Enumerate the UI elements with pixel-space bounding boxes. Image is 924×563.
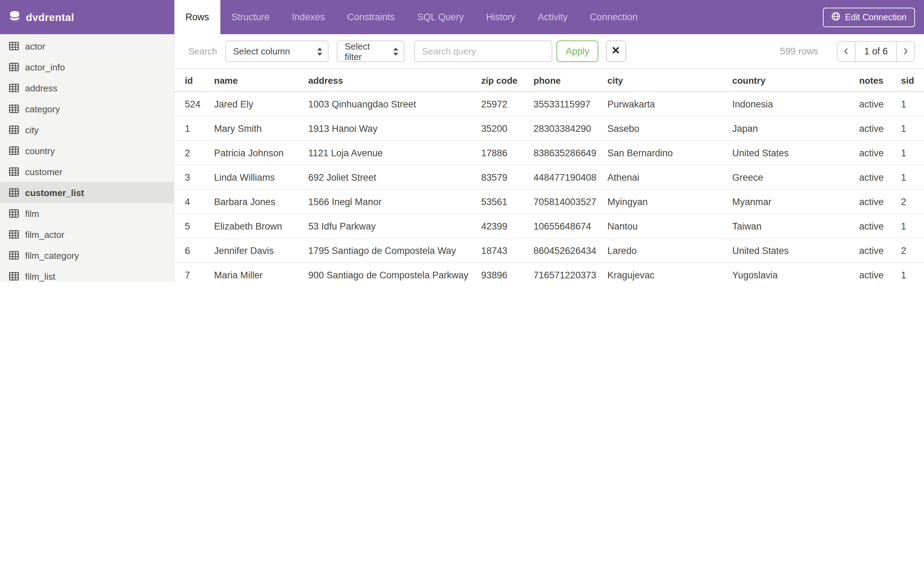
apply-button[interactable]: Apply — [556, 41, 598, 62]
cell: 900 Santiago de Compostela Parkway — [308, 263, 481, 281]
table-name: film_list — [25, 271, 56, 281]
table-name: film_actor — [25, 229, 64, 240]
edit-connection-label: Edit Connection — [845, 12, 907, 22]
table-row[interactable]: 3Linda Williams692 Joliet Street83579448… — [174, 165, 924, 189]
table-name: country — [25, 146, 55, 156]
clear-filter-button[interactable] — [606, 41, 626, 62]
sidebar-item-film_category[interactable]: film_category — [0, 245, 174, 266]
sidebar-item-city[interactable]: city — [0, 119, 174, 140]
filter-bar: Search Select column Select filter — [174, 34, 924, 69]
table-icon — [9, 83, 19, 93]
column-header-zip-code[interactable]: zip code — [481, 69, 534, 92]
previous-page-button[interactable] — [837, 42, 855, 61]
sidebar-item-customer_list[interactable]: customer_list — [0, 182, 174, 203]
cell: Indonesia — [732, 92, 859, 116]
tab-connection[interactable]: Connection — [579, 0, 649, 34]
column-header-city[interactable]: city — [608, 69, 732, 92]
column-header-address[interactable]: address — [308, 69, 481, 92]
next-page-button[interactable] — [897, 42, 914, 61]
tab-constraints[interactable]: Constraints — [336, 0, 406, 34]
table-row[interactable]: 5Elizabeth Brown53 Idfu Parkway423991065… — [174, 214, 924, 238]
table-row[interactable]: 524Jared Ely1003 Qinhuangdao Street25972… — [174, 92, 924, 116]
cell: 692 Joliet Street — [308, 165, 481, 189]
sidebar-item-film[interactable]: film — [0, 203, 174, 224]
table-row[interactable]: 4Barbara Jones1566 Inegl Manor5356170581… — [174, 189, 924, 214]
tab-indexes[interactable]: Indexes — [280, 0, 336, 34]
cell: Jared Ely — [214, 92, 308, 116]
cell: United States — [732, 141, 859, 165]
table-icon — [9, 146, 19, 156]
cell: 53561 — [481, 189, 534, 214]
table-name: category — [25, 104, 60, 114]
column-header-sid[interactable]: sid — [901, 69, 924, 92]
table-row[interactable]: 6Jennifer Davis1795 Santiago de Composte… — [174, 238, 924, 263]
table-icon — [9, 167, 19, 177]
globe-icon — [831, 12, 840, 23]
cell: active — [859, 141, 901, 165]
postbird-window: dvdrental Rows Structure Indexes Constra… — [0, 0, 924, 281]
sidebar-item-film_list[interactable]: film_list — [0, 266, 174, 281]
cell: 2 — [901, 238, 924, 263]
cell: Patricia Johnson — [214, 141, 308, 165]
cell: 5 — [174, 214, 214, 238]
table-row[interactable]: 7Maria Miller900 Santiago de Compostela … — [174, 263, 924, 281]
sidebar-item-actor_info[interactable]: actor_info — [0, 57, 174, 77]
search-query-input[interactable] — [414, 41, 552, 62]
column-select[interactable]: Select column — [225, 41, 328, 62]
cell: Elizabeth Brown — [214, 214, 308, 238]
sidebar-item-category[interactable]: category — [0, 98, 174, 119]
tab-rows[interactable]: Rows — [174, 0, 220, 34]
cell: 28303384290 — [534, 116, 608, 141]
pagination: 1 of 6 — [837, 41, 915, 62]
cell: active — [859, 238, 901, 263]
column-header-country[interactable]: country — [732, 69, 859, 92]
cell: Barbara Jones — [214, 189, 308, 214]
cell: 2 — [901, 189, 924, 214]
cell: Greece — [732, 165, 859, 189]
tab-sql-query[interactable]: SQL Query — [406, 0, 475, 34]
cell: active — [859, 263, 901, 281]
edit-connection-button[interactable]: Edit Connection — [822, 8, 915, 27]
cell: 838635286649 — [534, 141, 608, 165]
filter-select-value: Select filter — [345, 41, 387, 62]
cell: Athenai — [608, 165, 732, 189]
cell: 716571220373 — [534, 263, 608, 281]
table-icon — [9, 41, 19, 51]
sidebar-item-address[interactable]: address — [0, 77, 174, 98]
cell: United States — [732, 238, 859, 263]
select-caret-icon — [316, 47, 323, 56]
table-icon — [9, 209, 19, 218]
tab-activity[interactable]: Activity — [526, 0, 579, 34]
database-name: dvdrental — [26, 11, 74, 23]
cell: 4 — [174, 189, 214, 214]
column-header-phone[interactable]: phone — [534, 69, 608, 92]
table-icon — [9, 251, 19, 260]
chevron-right-icon — [902, 46, 909, 57]
sidebar-item-actor[interactable]: actor — [0, 36, 174, 57]
cell: Taiwan — [732, 214, 859, 238]
sidebar-item-country[interactable]: country — [0, 140, 174, 161]
filter-select[interactable]: Select filter — [337, 41, 405, 62]
table-name: customer — [25, 167, 62, 177]
cell: 25972 — [481, 92, 534, 116]
sidebar: actor actor_info address category — [0, 34, 174, 281]
column-header-name[interactable]: name — [214, 69, 308, 92]
cell: Nantou — [608, 214, 732, 238]
table-icon — [9, 230, 19, 239]
cell: active — [859, 116, 901, 141]
close-icon — [612, 46, 620, 57]
tab-history[interactable]: History — [475, 0, 526, 34]
tab-structure[interactable]: Structure — [220, 0, 281, 34]
cell: Linda Williams — [214, 165, 308, 189]
table-name: customer_list — [25, 187, 84, 198]
column-header-notes[interactable]: notes — [859, 69, 901, 92]
cell: active — [859, 189, 901, 214]
table-row[interactable]: 1Mary Smith1913 Hanoi Way352002830338429… — [174, 116, 924, 141]
column-header-id[interactable]: id — [174, 69, 214, 92]
table-row[interactable]: 2Patricia Johnson1121 Loja Avenue1788683… — [174, 141, 924, 165]
cell: San Bernardino — [608, 141, 732, 165]
sidebar-item-customer[interactable]: customer — [0, 161, 174, 182]
cell: 705814003527 — [534, 189, 608, 214]
cell: Sasebo — [608, 116, 732, 141]
sidebar-item-film_actor[interactable]: film_actor — [0, 224, 174, 245]
